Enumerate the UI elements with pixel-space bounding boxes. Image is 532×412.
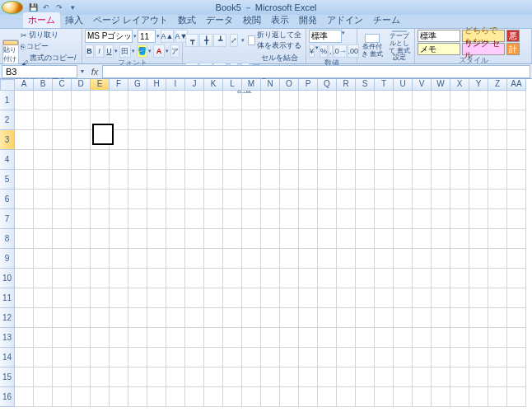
currency-button[interactable]: ¥ <box>309 44 315 58</box>
cell-J5[interactable] <box>185 170 204 190</box>
cell-J8[interactable] <box>185 229 204 249</box>
cell-D1[interactable] <box>72 91 91 110</box>
worksheet-grid[interactable]: ABCDEFGHIJKLMNOPQRSTUVWXYZAA 12345678910… <box>0 79 532 412</box>
tab-データ[interactable]: データ <box>201 12 238 28</box>
chevron-down-icon[interactable]: ▾ <box>156 33 160 40</box>
cell-G3[interactable] <box>128 130 147 150</box>
cell-Q3[interactable] <box>318 130 337 150</box>
cell-N12[interactable] <box>261 308 280 328</box>
cell-F12[interactable] <box>110 308 128 328</box>
cell-AA3[interactable] <box>507 130 526 150</box>
save-icon[interactable]: 💾 <box>27 2 39 13</box>
cell-P15[interactable] <box>299 368 318 387</box>
cell-W12[interactable] <box>432 308 450 328</box>
col-header-H[interactable]: H <box>147 79 166 91</box>
cell-G1[interactable] <box>128 91 147 110</box>
col-header-C[interactable]: C <box>53 79 72 91</box>
cell-R2[interactable] <box>337 110 356 130</box>
paste-button[interactable]: 貼り付け <box>2 40 19 64</box>
col-header-O[interactable]: O <box>280 79 299 91</box>
cell-R6[interactable] <box>337 190 356 209</box>
cell-L1[interactable] <box>223 91 242 110</box>
cell-E13[interactable] <box>91 328 110 348</box>
cell-AA11[interactable] <box>507 288 526 308</box>
row-header-13[interactable]: 13 <box>0 328 15 348</box>
style-normal[interactable]: 標準 <box>418 30 460 42</box>
row-header-2[interactable]: 2 <box>0 110 15 130</box>
cell-V5[interactable] <box>413 170 432 190</box>
cell-X13[interactable] <box>450 328 469 348</box>
chevron-down-icon[interactable]: ▾ <box>77 68 87 75</box>
cell-R5[interactable] <box>337 170 356 190</box>
cell-T16[interactable] <box>375 387 394 407</box>
cell-M2[interactable] <box>242 110 261 130</box>
conditional-format-button[interactable]: 条件付き 書式 <box>360 34 385 59</box>
cell-O14[interactable] <box>280 348 299 368</box>
cell-AA10[interactable] <box>507 269 526 288</box>
cell-U13[interactable] <box>394 328 413 348</box>
cell-AA14[interactable] <box>507 348 526 368</box>
cell-S11[interactable] <box>356 288 375 308</box>
cell-N4[interactable] <box>261 150 280 170</box>
align-top-button[interactable]: ┳ <box>185 34 198 47</box>
cell-E6[interactable] <box>91 190 110 209</box>
cell-M12[interactable] <box>242 308 261 328</box>
orientation-button[interactable]: ⤢ <box>230 34 238 47</box>
cell-I15[interactable] <box>166 368 185 387</box>
cell-U3[interactable] <box>394 130 413 150</box>
cell-B3[interactable] <box>34 130 53 150</box>
cell-Q4[interactable] <box>318 150 337 170</box>
col-header-J[interactable]: J <box>185 79 204 91</box>
cell-T4[interactable] <box>375 150 394 170</box>
cell-K9[interactable] <box>204 249 223 269</box>
col-header-S[interactable]: S <box>356 79 375 91</box>
cell-F13[interactable] <box>110 328 128 348</box>
cell-I5[interactable] <box>166 170 185 190</box>
cell-J4[interactable] <box>185 150 204 170</box>
cell-J6[interactable] <box>185 190 204 209</box>
cell-H4[interactable] <box>147 150 166 170</box>
cell-F15[interactable] <box>110 368 128 387</box>
cell-X16[interactable] <box>450 387 469 407</box>
cell-X11[interactable] <box>450 288 469 308</box>
col-header-R[interactable]: R <box>337 79 356 91</box>
cell-T10[interactable] <box>375 269 394 288</box>
cell-O10[interactable] <box>280 269 299 288</box>
cell-T15[interactable] <box>375 368 394 387</box>
cell-M16[interactable] <box>242 387 261 407</box>
col-header-G[interactable]: G <box>128 79 147 91</box>
cell-F14[interactable] <box>110 348 128 368</box>
cell-W11[interactable] <box>432 288 450 308</box>
cell-B13[interactable] <box>34 328 53 348</box>
cell-F6[interactable] <box>110 190 128 209</box>
cell-C11[interactable] <box>53 288 72 308</box>
cell-U9[interactable] <box>394 249 413 269</box>
cell-G15[interactable] <box>128 368 147 387</box>
cell-O2[interactable] <box>280 110 299 130</box>
cell-K16[interactable] <box>204 387 223 407</box>
cell-AA16[interactable] <box>507 387 526 407</box>
cell-A15[interactable] <box>15 368 34 387</box>
cell-G2[interactable] <box>128 110 147 130</box>
cell-S5[interactable] <box>356 170 375 190</box>
cell-H11[interactable] <box>147 288 166 308</box>
cell-I16[interactable] <box>166 387 185 407</box>
cell-F5[interactable] <box>110 170 128 190</box>
cell-M10[interactable] <box>242 269 261 288</box>
cell-A6[interactable] <box>15 190 34 209</box>
cell-P12[interactable] <box>299 308 318 328</box>
cell-P11[interactable] <box>299 288 318 308</box>
cell-G8[interactable] <box>128 229 147 249</box>
cell-N5[interactable] <box>261 170 280 190</box>
cell-M11[interactable] <box>242 288 261 308</box>
cell-I14[interactable] <box>166 348 185 368</box>
cell-K2[interactable] <box>204 110 223 130</box>
cell-U8[interactable] <box>394 229 413 249</box>
cell-C4[interactable] <box>53 150 72 170</box>
cell-D2[interactable] <box>72 110 91 130</box>
col-header-N[interactable]: N <box>261 79 280 91</box>
cell-B4[interactable] <box>34 150 53 170</box>
cell-X7[interactable] <box>450 209 469 229</box>
cell-P9[interactable] <box>299 249 318 269</box>
cell-U16[interactable] <box>394 387 413 407</box>
